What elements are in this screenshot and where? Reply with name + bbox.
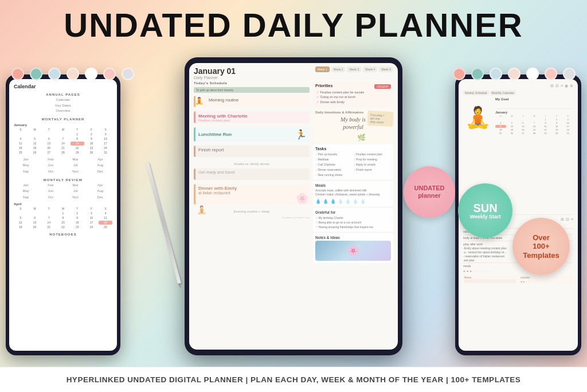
week-tab-1[interactable]: Week 1: [315, 66, 330, 72]
water-tracker: 💧💧💧💧💧💧💧: [315, 199, 391, 204]
right-bottom-panels: Notes counter ●●○○○: [463, 275, 573, 284]
task-5: Call Charlotte: [315, 162, 353, 167]
week-tabs: Week 1 Week 2 Week 3 Week 4 Week 5: [315, 66, 393, 72]
color-dots-left: [11, 68, 134, 80]
meals-title: Meals: [315, 183, 391, 187]
grateful-box: Grateful for ♡ My birthday Charlie ♡ Bei…: [313, 208, 393, 232]
dot-3: [48, 68, 61, 80]
priority-3: Dinner with Emily: [315, 100, 391, 104]
mini-cal-apr: April SMTWTFS 1234 567891011 12131415161…: [14, 202, 112, 229]
annual-pages-label: ANNUAL PAGES: [14, 93, 112, 96]
main-title: UNDATED DAILY PLANNER: [0, 6, 587, 44]
dot-r4: [508, 68, 521, 80]
tasks-grid: Pick up laundry Finalise content plan Me…: [315, 152, 391, 177]
grateful-2: ♡ Being able to go on a run at lunch: [315, 220, 391, 225]
morning-routine-item: 🧘 Morning routine: [194, 96, 310, 107]
sticky-note: Everyday Iget onestep closer: [367, 111, 393, 127]
calendar-title: Calendar: [14, 84, 112, 89]
dinner-item: Dinner with Emily at Italian restaurant …: [194, 184, 310, 205]
right-icon-bar: ⊞ ⊟ ≡ ◉ ⊕: [463, 84, 573, 88]
goal-label: My Goal: [495, 97, 573, 101]
tablet-left-screen: Calendar ANNUAL PAGES Calendar Key Dates…: [9, 79, 117, 351]
task-7: Dinner reservation: [315, 167, 353, 172]
week-tab-3[interactable]: Week 3: [347, 66, 361, 72]
task-3: Meditate: [315, 157, 353, 162]
schedule-evening: Evening routine + sleep 🧘: [194, 210, 310, 213]
notes-image: 🌸: [315, 241, 391, 261]
priority-2: Going on my run at lunch: [315, 95, 391, 99]
mini-cal-jan-title: January: [14, 123, 112, 127]
bottom-banner-text: HYPERLINKED UNDATED DIGITAL PLANNER | PL…: [66, 375, 521, 384]
schedule-getready: Get ready and travel: [194, 168, 310, 180]
right-tab-monthly[interactable]: Monthly Calendar: [490, 91, 516, 95]
task-4: Prep for meeting: [354, 157, 392, 162]
week-tab-4[interactable]: Week 4: [363, 66, 377, 72]
mini-cal-apr-title: April: [14, 202, 112, 206]
badge-templates-text: Over 100+ Templates: [523, 233, 559, 260]
dot-7: [122, 68, 134, 80]
dot-1: [11, 68, 24, 80]
getready-item: Get ready and travel: [194, 168, 310, 180]
week-tab-5[interactable]: Week 5: [379, 66, 393, 72]
badge-sun-main: SUN: [473, 202, 497, 214]
task-2: Finalise content plan: [354, 152, 392, 156]
dot-r2: [471, 68, 484, 80]
task-9: New running shoes: [315, 173, 353, 177]
reminder-banner: To pick up dress from laundry: [194, 87, 310, 93]
task-8: Finish report: [354, 167, 392, 172]
dot-r6: [545, 68, 557, 80]
yoga-figure: 🧘: [463, 97, 492, 138]
key-dates-link[interactable]: Key Dates: [14, 103, 112, 109]
right-month-label: January: [495, 111, 573, 114]
tablet-left: Calendar ANNUAL PAGES Calendar Key Dates…: [6, 75, 120, 355]
calendar-link[interactable]: Calendar: [14, 97, 112, 103]
schedule-run: Lunchtime Run 🏃: [194, 127, 310, 142]
right-top-content: 🧘 My Goal January SMTWTFS 123 45678910 1…: [463, 97, 573, 138]
overview-link[interactable]: Overview: [14, 108, 112, 114]
badge-undated: UNDATED planner: [404, 166, 455, 218]
tasks-title: Tasks: [315, 147, 391, 151]
right-mini-cal: SMTWTFS 123 45678910 11121314151617 1819…: [495, 115, 573, 135]
schedule-section: Today's Schedule To pick up dress from l…: [194, 81, 393, 305]
schedule-meeting: Meeting with Charlotte Finalise content …: [194, 111, 310, 123]
right-tab-weekly[interactable]: Weekly Schedule: [463, 91, 489, 95]
task-6: Reply to emails: [354, 162, 392, 167]
priorities-title: Priorities: [315, 84, 332, 88]
mini-cal-jan: January SMTWTFS 123 45678910 11121314151…: [14, 123, 112, 155]
tasks-box: Tasks Pick up laundry Finalise content p…: [313, 144, 393, 179]
planner-right-col: Priorities URGENT Finalise content plan …: [313, 81, 393, 305]
goal-calendar: My Goal January SMTWTFS 123 45678910 111…: [495, 97, 573, 138]
dot-r7: [563, 68, 576, 80]
schedule-dinner: Dinner with Emily at Italian restaurant …: [194, 184, 310, 205]
urgent-badge: URGENT: [374, 84, 391, 89]
grateful-title: Grateful for: [315, 210, 391, 214]
monthly-planner-label: MONTHLY PLANNER: [14, 117, 112, 121]
priority-1: Finalise content plan for socials: [315, 90, 391, 95]
family-dinner-note: Amelia re. family dinner: [194, 162, 310, 166]
task-1: Pick up laundry: [315, 152, 353, 156]
badge-sun-sub: Weekly Start: [470, 214, 501, 219]
notes-box: Notes & Ideas 🌸: [313, 233, 393, 263]
week-tab-2[interactable]: Week 2: [331, 66, 346, 72]
goal-line: [495, 102, 573, 109]
tablet-center-screen: January 01 Daily Planner Week 1 Week 2 W…: [189, 63, 398, 350]
report-item: Finish report: [194, 146, 310, 157]
monthly-review-label: MONTHLY REVIEW: [14, 178, 112, 182]
leaf-decoration: 🌿: [357, 134, 366, 142]
bottom-banner: HYPERLINKED UNDATED DIGITAL PLANNER | PL…: [0, 367, 587, 392]
priorities-box: Priorities URGENT Finalise content plan …: [313, 81, 393, 107]
notes-title: Notes & Ideas: [315, 236, 391, 240]
template-credit: Templates by Creative Jess: [194, 216, 310, 219]
planner-subtitle: Daily Planner: [194, 76, 236, 80]
schedule-morning: 🧘 Morning routine: [194, 96, 310, 107]
dot-5: [85, 68, 97, 80]
dot-r5: [526, 68, 539, 80]
color-dots-right: [453, 68, 576, 80]
planner-header: January 01 Daily Planner Week 1 Week 2 W…: [194, 66, 393, 80]
meeting-item: Meeting with Charlotte Finalise content …: [194, 111, 310, 123]
dot-4: [66, 68, 79, 80]
run-item: Lunchtime Run 🏃: [194, 127, 310, 142]
dot-r1: [453, 68, 465, 80]
planner-date: January 01: [194, 66, 236, 76]
grateful-1: ♡ My birthday Charlie: [315, 215, 391, 220]
